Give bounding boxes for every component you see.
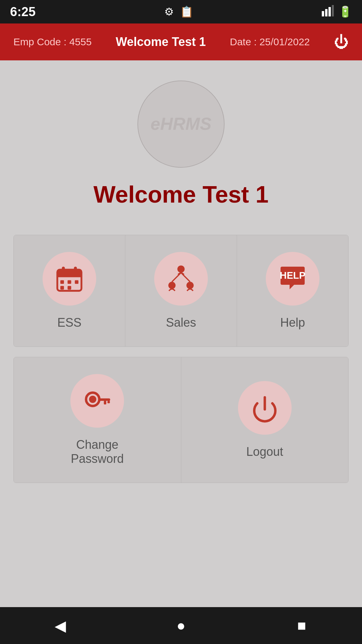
ess-icon-circle bbox=[43, 252, 96, 306]
status-time: 6:25 bbox=[10, 5, 36, 19]
signal-icon bbox=[322, 4, 334, 19]
svg-rect-7 bbox=[74, 267, 77, 273]
svg-point-14 bbox=[168, 282, 176, 289]
recent-button[interactable]: ■ bbox=[288, 612, 315, 639]
logo-circle: eHRMS bbox=[137, 80, 225, 168]
svg-point-20 bbox=[89, 396, 97, 403]
menu-item-help[interactable]: HELP Help bbox=[237, 235, 348, 346]
svg-rect-1 bbox=[325, 9, 327, 16]
svg-rect-8 bbox=[60, 280, 64, 284]
status-bar: 6:25 ⚙ 📋 🔋 bbox=[0, 0, 362, 23]
help-label: Help bbox=[280, 316, 305, 330]
svg-rect-0 bbox=[322, 11, 324, 16]
help-icon-circle: HELP bbox=[266, 252, 319, 306]
emp-code: Emp Code : 4555 bbox=[13, 36, 92, 48]
svg-line-17 bbox=[181, 273, 190, 282]
svg-point-15 bbox=[186, 282, 194, 289]
main-content: eHRMS Welcome Test 1 bbox=[0, 60, 362, 607]
svg-rect-23 bbox=[108, 401, 110, 403]
power-icon bbox=[250, 393, 280, 423]
menu-item-sales[interactable]: Sales bbox=[125, 235, 237, 346]
header-bar: Emp Code : 4555 Welcome Test 1 Date : 25… bbox=[0, 23, 362, 60]
sales-label: Sales bbox=[166, 316, 196, 330]
status-right-icons: 🔋 bbox=[322, 4, 352, 19]
svg-rect-6 bbox=[62, 267, 65, 273]
battery-icon: 🔋 bbox=[339, 5, 352, 18]
sales-icon-circle bbox=[154, 252, 208, 306]
ess-label: ESS bbox=[57, 316, 81, 330]
svg-rect-3 bbox=[332, 5, 334, 16]
menu-item-ess[interactable]: ESS bbox=[14, 235, 125, 346]
svg-rect-2 bbox=[328, 7, 331, 16]
welcome-heading: Welcome Test 1 bbox=[94, 181, 269, 208]
sales-network-icon bbox=[166, 264, 196, 294]
svg-rect-12 bbox=[68, 286, 71, 290]
ess-calendar-icon bbox=[54, 264, 84, 294]
power-button[interactable]: ⏻ bbox=[334, 34, 349, 50]
svg-line-16 bbox=[172, 273, 181, 282]
menu-item-change-password[interactable]: ChangePassword bbox=[14, 357, 181, 483]
change-password-icon-circle bbox=[70, 374, 124, 428]
svg-rect-21 bbox=[99, 398, 110, 401]
svg-rect-9 bbox=[68, 280, 71, 284]
menu-section: ESS bbox=[13, 235, 349, 493]
svg-point-13 bbox=[177, 265, 185, 273]
back-button[interactable]: ◀ bbox=[47, 612, 74, 639]
menu-row-2: ChangePassword Logout bbox=[13, 357, 349, 483]
home-button[interactable]: ● bbox=[168, 612, 194, 639]
change-password-label: ChangePassword bbox=[71, 438, 124, 466]
menu-item-logout[interactable]: Logout bbox=[181, 357, 349, 483]
clipboard-icon: 📋 bbox=[180, 5, 193, 18]
svg-rect-5 bbox=[57, 270, 81, 277]
svg-rect-10 bbox=[75, 280, 78, 284]
bottom-nav: ◀ ● ■ bbox=[0, 607, 362, 644]
settings-icon: ⚙ bbox=[164, 5, 174, 18]
back-icon: ◀ bbox=[55, 617, 66, 634]
logout-label: Logout bbox=[246, 445, 283, 459]
header-date: Date : 25/01/2022 bbox=[230, 36, 310, 48]
svg-rect-22 bbox=[104, 401, 106, 405]
logout-icon-circle bbox=[238, 381, 292, 435]
recent-icon: ■ bbox=[297, 617, 306, 634]
home-icon: ● bbox=[177, 617, 186, 634]
help-chat-icon: HELP bbox=[278, 264, 308, 294]
key-icon bbox=[82, 386, 112, 416]
status-icons: ⚙ 📋 bbox=[164, 5, 193, 18]
logo-text: eHRMS bbox=[150, 114, 212, 133]
svg-rect-11 bbox=[60, 286, 64, 290]
header-title: Welcome Test 1 bbox=[116, 35, 206, 49]
svg-text:HELP: HELP bbox=[280, 270, 306, 281]
menu-row-1: ESS bbox=[13, 235, 349, 347]
